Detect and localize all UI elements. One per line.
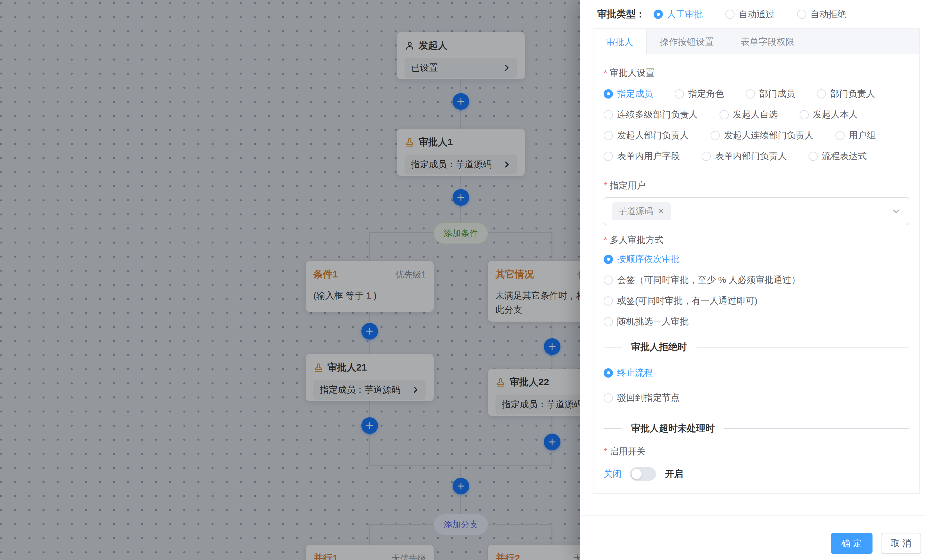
- radio-multi-level-dept-leader[interactable]: 连续多级部门负责人: [604, 108, 698, 120]
- radio-orsign[interactable]: 或签(可同时审批，有一人通过即可): [604, 294, 909, 307]
- tabs-bar: 审批人 操作按钮设置 表单字段权限: [594, 29, 919, 54]
- radio-auto-reject[interactable]: 自动拒绝: [797, 8, 846, 21]
- radio-initiator-self[interactable]: 发起人本人: [800, 108, 858, 120]
- radio-label: 或签(可同时审批，有一人通过即可): [617, 295, 758, 307]
- radio-label: 部门成员: [759, 88, 795, 100]
- settings-tabs-box: 审批人 操作按钮设置 表单字段权限 审批人设置 指定成员 指定角色 部门成员 部…: [593, 29, 920, 494]
- radio-dot: [604, 131, 613, 140]
- radio-label: 发起人本人: [813, 108, 858, 120]
- confirm-button[interactable]: 确 定: [831, 533, 872, 554]
- radio-dot: [604, 317, 613, 327]
- radio-dept-leader[interactable]: 部门负责人: [817, 88, 875, 100]
- radio-user-group[interactable]: 用户组: [835, 129, 876, 142]
- radio-label: 人工审批: [667, 8, 703, 21]
- radio-label: 自动拒绝: [811, 8, 846, 21]
- approval-flow-designer: 发起人 已设置 审批人1 指定成员：芋道源码: [0, 0, 925, 560]
- radio-sequential-approval[interactable]: 按顺序依次审批: [604, 253, 909, 266]
- radio-process-expression[interactable]: 流程表达式: [809, 150, 867, 162]
- radio-label: 表单内用户字段: [617, 150, 680, 162]
- radio-designated-member[interactable]: 指定成员: [604, 88, 653, 100]
- radio-label: 自动通过: [739, 8, 774, 21]
- cancel-button[interactable]: 取 消: [881, 533, 921, 554]
- radio-dot: [604, 89, 613, 99]
- radio-manual-approval[interactable]: 人工审批: [654, 8, 703, 21]
- radio-dept-member[interactable]: 部门成员: [746, 88, 795, 100]
- radio-return-to-node[interactable]: 驳回到指定节点: [604, 391, 909, 404]
- radio-label: 随机挑选一人审批: [617, 316, 689, 328]
- radio-label: 表单内部门负责人: [715, 150, 787, 162]
- tab-button-settings[interactable]: 操作按钮设置: [646, 29, 727, 54]
- approval-type-row: 审批类型： 人工审批 自动通过 自动拒绝: [580, 0, 925, 29]
- radio-label: 发起人部门负责人: [617, 129, 689, 142]
- assign-user-select[interactable]: 芋道源码 ✕: [604, 197, 909, 225]
- radio-dot: [604, 296, 613, 306]
- radio-dot: [604, 110, 613, 119]
- radio-terminate-process[interactable]: 终止流程: [604, 366, 909, 379]
- radio-dot: [604, 393, 613, 403]
- divider-approver-reject: 审批人拒绝时: [604, 341, 909, 354]
- radio-initiator-multi-dept-leader[interactable]: 发起人连续部门负责人: [711, 129, 814, 142]
- approver-options-row: 指定成员 指定角色 部门成员 部门负责人: [604, 87, 909, 100]
- user-tag-text: 芋道源码: [618, 205, 653, 217]
- switch-on-label: 开启: [665, 468, 683, 480]
- radio-dot: [702, 152, 711, 161]
- radio-dot: [835, 131, 845, 140]
- radio-dot: [720, 110, 729, 119]
- radio-label: 连续多级部门负责人: [617, 108, 698, 120]
- timeout-enable-switch[interactable]: [630, 467, 656, 481]
- radio-dot: [654, 10, 663, 19]
- radio-dot: [797, 10, 806, 19]
- radio-dot: [604, 152, 613, 161]
- radio-random-one[interactable]: 随机挑选一人审批: [604, 315, 909, 328]
- divider-line: [724, 428, 909, 429]
- approver-options-row: 表单内用户字段 表单内部门负责人 流程表达式: [604, 150, 909, 163]
- divider-approver-empty: 审批人为空时: [604, 492, 909, 494]
- radio-label: 指定角色: [688, 88, 724, 100]
- radio-form-user-field[interactable]: 表单内用户字段: [604, 150, 680, 162]
- reject-options: 终止流程 驳回到指定节点: [604, 358, 909, 404]
- radio-form-dept-leader[interactable]: 表单内部门负责人: [702, 150, 787, 162]
- approval-type-label: 审批类型：: [597, 8, 645, 21]
- radio-label: 部门负责人: [830, 88, 875, 100]
- radio-initiator-dept-leader[interactable]: 发起人部门负责人: [604, 129, 689, 142]
- switch-off-label: 关闭: [604, 468, 622, 480]
- radio-countersign[interactable]: 会签（可同时审批，至少 % 人必须审批通过）: [604, 274, 909, 286]
- radio-label: 指定成员: [617, 88, 653, 100]
- user-tag: 芋道源码 ✕: [612, 202, 671, 220]
- timeout-switch-row: 关闭 开启: [604, 467, 909, 481]
- radio-dot: [746, 89, 755, 99]
- radio-label: 发起人连续部门负责人: [724, 129, 814, 142]
- multi-mode-options: 按顺序依次审批 会签（可同时审批，至少 % 人必须审批通过） 或签(可同时审批，…: [604, 245, 909, 328]
- radio-label: 按顺序依次审批: [617, 253, 680, 265]
- radio-auto-approve[interactable]: 自动通过: [725, 8, 774, 21]
- tag-close-icon[interactable]: ✕: [657, 206, 664, 216]
- radio-label: 用户组: [849, 129, 876, 142]
- approver-tab-content[interactable]: 审批人设置 指定成员 指定角色 部门成员 部门负责人 连续多级部门负责人 发起人…: [594, 55, 919, 494]
- divider-line: [696, 347, 909, 348]
- radio-dot: [604, 368, 613, 378]
- radio-initiator-choose[interactable]: 发起人自选: [720, 108, 778, 120]
- divider-line: [604, 347, 622, 348]
- radio-dot: [809, 152, 818, 161]
- divider-title: 审批人超时未处理时: [631, 422, 715, 435]
- radio-label: 终止流程: [617, 367, 653, 379]
- divider-title: 审批人为空时: [631, 492, 687, 494]
- radio-label: 发起人自选: [733, 108, 778, 120]
- tab-form-field-permission[interactable]: 表单字段权限: [727, 29, 808, 54]
- radio-designated-role[interactable]: 指定角色: [675, 88, 724, 100]
- radio-label: 会签（可同时审批，至少 % 人必须审批通过）: [617, 274, 800, 286]
- radio-label: 驳回到指定节点: [617, 392, 680, 404]
- radio-dot: [711, 131, 720, 140]
- multi-mode-label: 多人审批方式: [604, 233, 909, 246]
- divider-approver-timeout: 审批人超时未处理时: [604, 422, 909, 435]
- chevron-down-icon: [891, 206, 901, 216]
- radio-dot: [604, 255, 613, 264]
- assign-user-label: 指定用户: [604, 179, 909, 192]
- radio-dot: [604, 275, 613, 285]
- radio-label: 流程表达式: [822, 150, 867, 162]
- divider-title: 审批人拒绝时: [631, 341, 687, 354]
- tab-approver[interactable]: 审批人: [594, 29, 646, 55]
- approver-options-row: 连续多级部门负责人 发起人自选 发起人本人: [604, 108, 909, 121]
- radio-dot: [675, 89, 684, 99]
- radio-dot: [817, 89, 826, 99]
